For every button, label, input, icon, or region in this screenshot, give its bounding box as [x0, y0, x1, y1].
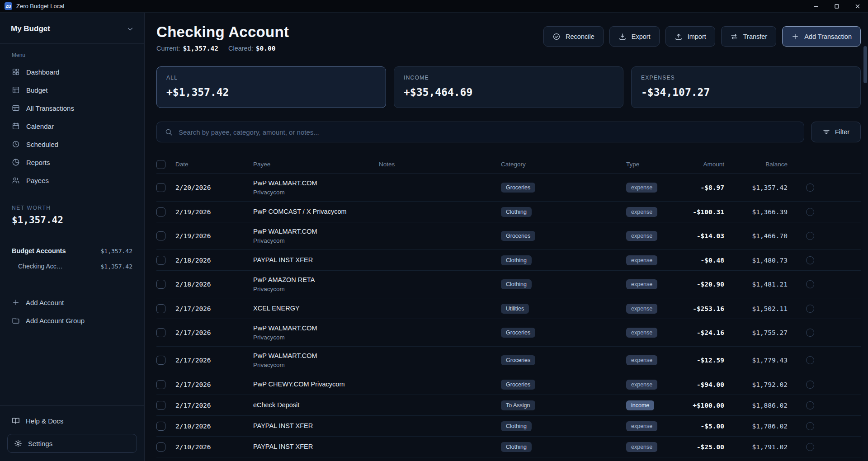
cleared-status-icon[interactable] — [806, 329, 814, 337]
sidebar-item-reports[interactable]: Reports — [6, 153, 138, 171]
transaction-row[interactable]: 2/17/2026 PwP CHEWY.COM Privacycom Groce… — [156, 374, 861, 395]
column-header-type[interactable]: Type — [626, 161, 675, 168]
account-name: Checking Acc… — [18, 263, 63, 270]
sidebar-footer: Help & Docs Settings — [0, 405, 144, 461]
column-header-date[interactable]: Date — [175, 161, 253, 168]
cleared-status-icon[interactable] — [806, 305, 814, 313]
transaction-row[interactable]: 2/17/2026 PwP WALMART.COM Privacycom Gro… — [156, 347, 861, 374]
row-checkbox[interactable] — [156, 207, 165, 216]
transaction-row[interactable]: 2/9/2026 CAPITAL ONE CRCARDPMT Clothing … — [156, 457, 861, 461]
filter-button[interactable]: Filter — [811, 122, 861, 142]
row-checkbox[interactable] — [156, 422, 165, 431]
sidebar-item-calendar[interactable]: Calendar — [6, 117, 138, 135]
transaction-row[interactable]: 2/19/2026 PwP WALMART.COM Privacycom Gro… — [156, 222, 861, 250]
cleared-status-icon[interactable] — [806, 256, 814, 264]
close-button[interactable] — [847, 0, 868, 13]
reconcile-button[interactable]: Reconcile — [543, 26, 604, 47]
row-checkbox[interactable] — [156, 328, 165, 337]
transaction-amount: -$253.16 — [675, 305, 728, 312]
transaction-row[interactable]: 2/20/2026 PwP WALMART.COM Privacycom Gro… — [156, 174, 861, 202]
sidebar-item-scheduled[interactable]: Scheduled — [6, 135, 138, 153]
row-checkbox[interactable] — [156, 280, 165, 289]
transaction-amount: -$14.03 — [675, 232, 728, 240]
sidebar-account-checking[interactable]: Checking Acc… $1,357.42 — [12, 263, 132, 270]
current-value: $1,357.42 — [183, 45, 218, 52]
transaction-date: 2/17/2026 — [175, 402, 253, 409]
transactions-body: 2/20/2026 PwP WALMART.COM Privacycom Gro… — [156, 174, 861, 461]
row-checkbox[interactable] — [156, 380, 165, 389]
budget-accounts-group[interactable]: Budget Accounts $1,357.42 — [12, 247, 132, 254]
cleared-status-icon[interactable] — [806, 381, 814, 389]
transaction-row[interactable]: 2/19/2026 PwP COMCAST / X Privacycom Clo… — [156, 202, 861, 222]
summary-card-expenses[interactable]: EXPENSES -$34,107.27 — [631, 66, 861, 108]
transactions-table: Date Payee Notes Category Type Amount Ba… — [156, 155, 861, 461]
type-badge: expense — [626, 255, 657, 265]
category-badge: Groceries — [501, 355, 535, 365]
row-checkbox[interactable] — [156, 304, 165, 313]
cleared-status-icon[interactable] — [806, 208, 814, 216]
add-account-button[interactable]: Add Account — [6, 293, 138, 311]
transfer-button[interactable]: Transfer — [721, 26, 776, 47]
help-docs-button[interactable]: Help & Docs — [7, 412, 137, 429]
sidebar-item-budget[interactable]: Budget — [6, 81, 138, 99]
sidebar-item-label: Calendar — [26, 122, 54, 130]
cleared-status-icon[interactable] — [806, 183, 814, 192]
add-transaction-button[interactable]: Add Transaction — [782, 26, 861, 47]
transaction-amount: -$100.31 — [675, 208, 728, 216]
sidebar-item-payees[interactable]: Payees — [6, 171, 138, 189]
row-checkbox[interactable] — [156, 401, 165, 410]
transaction-row[interactable]: 2/17/2026 XCEL ENERGY Utilities expense … — [156, 298, 861, 319]
column-header-category[interactable]: Category — [501, 161, 626, 168]
column-header-payee[interactable]: Payee — [253, 161, 379, 168]
transaction-row[interactable]: 2/17/2026 eCheck Deposit To Assign incom… — [156, 395, 861, 416]
summary-card-all[interactable]: ALL +$1,357.42 — [156, 66, 386, 108]
transaction-row[interactable]: 2/10/2026 PAYPAL INST XFER Clothing expe… — [156, 416, 861, 437]
column-header-balance[interactable]: Balance — [728, 161, 791, 168]
transaction-row[interactable]: 2/10/2026 PAYPAL INST XFER Clothing expe… — [156, 437, 861, 457]
row-checkbox[interactable] — [156, 231, 165, 240]
search-input[interactable] — [179, 128, 796, 136]
settings-button[interactable]: Settings — [7, 434, 137, 453]
transaction-date: 2/17/2026 — [175, 329, 253, 336]
add-account-group-button[interactable]: Add Account Group — [6, 311, 138, 329]
transaction-row[interactable]: 2/18/2026 PwP AMAZON RETA Privacycom Clo… — [156, 271, 861, 298]
table-header: Date Payee Notes Category Type Amount Ba… — [156, 155, 861, 174]
transaction-row[interactable]: 2/18/2026 PAYPAL INST XFER Clothing expe… — [156, 250, 861, 271]
cleared-status-icon[interactable] — [806, 443, 814, 451]
transaction-balance: $1,791.02 — [728, 443, 791, 451]
scrollbar-thumb[interactable] — [863, 46, 867, 83]
cleared-status-icon[interactable] — [806, 356, 814, 364]
check-circle-icon — [552, 33, 561, 41]
minimize-button[interactable] — [806, 0, 826, 13]
cleared-status-icon[interactable] — [806, 232, 814, 240]
row-checkbox[interactable] — [156, 356, 165, 365]
budget-selector[interactable]: My Budget — [0, 13, 144, 44]
row-checkbox[interactable] — [156, 183, 165, 192]
transaction-balance: $1,357.42 — [728, 184, 791, 191]
search-box — [156, 122, 804, 142]
row-checkbox[interactable] — [156, 256, 165, 265]
column-header-notes[interactable]: Notes — [379, 161, 501, 168]
filter-sliders-icon — [822, 128, 830, 136]
sidebar: My Budget Menu Dashboard Budget All Tran… — [0, 13, 145, 461]
transaction-row[interactable]: 2/17/2026 PwP WALMART.COM Privacycom Gro… — [156, 319, 861, 347]
export-button[interactable]: Export — [609, 26, 660, 47]
import-button[interactable]: Import — [665, 26, 715, 47]
transaction-balance: $1,755.27 — [728, 329, 791, 336]
net-worth-section: NET WORTH $1,357.42 — [0, 189, 144, 226]
column-header-amount[interactable]: Amount — [675, 161, 728, 168]
cleared-status-icon[interactable] — [806, 422, 814, 430]
category-badge: Groceries — [501, 328, 535, 338]
transaction-date: 2/19/2026 — [175, 208, 253, 216]
sidebar-item-all-transactions[interactable]: All Transactions — [6, 99, 138, 117]
row-checkbox[interactable] — [156, 442, 165, 452]
sidebar-item-dashboard[interactable]: Dashboard — [6, 63, 138, 81]
cleared-status-icon[interactable] — [806, 401, 814, 409]
select-all-checkbox[interactable] — [156, 160, 165, 169]
summary-card-income[interactable]: INCOME +$35,464.69 — [394, 66, 623, 108]
transaction-amount: -$25.00 — [675, 443, 728, 451]
book-icon — [12, 417, 20, 425]
account-actions: Add Account Add Account Group — [0, 270, 144, 329]
maximize-button[interactable] — [826, 0, 847, 13]
cleared-status-icon[interactable] — [806, 280, 814, 288]
